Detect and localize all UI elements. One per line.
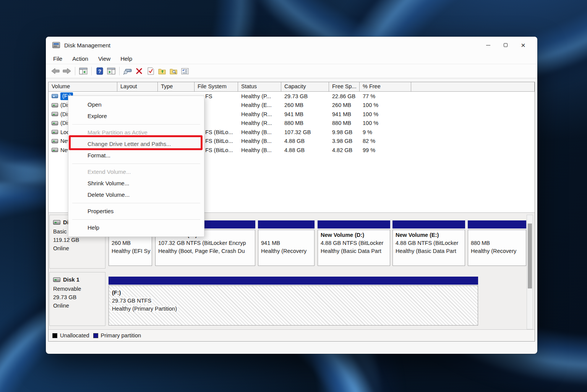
folder-open-button[interactable]: [157, 66, 167, 76]
column-header-type[interactable]: Type: [158, 82, 195, 91]
column-header-layout[interactable]: Layout: [117, 82, 158, 91]
cell-pct-free: 100 %: [360, 102, 411, 108]
forward-arrow-icon: [63, 68, 71, 74]
show-console-tree-button[interactable]: [78, 66, 88, 76]
cell-status: Healthy (R...: [238, 120, 281, 126]
properties-list-icon: [181, 68, 189, 75]
app-icon: [52, 42, 60, 48]
disk-name: Disk 1: [63, 275, 79, 284]
disk-status: Online: [53, 244, 105, 253]
menu-item-change-drive-letter[interactable]: Change Drive Letter and Paths...: [68, 138, 204, 150]
cell-pct-free: 100 %: [360, 120, 411, 126]
column-header-free-space[interactable]: Free Sp...: [329, 82, 360, 91]
partition-size: 941 MB: [261, 240, 280, 246]
menu-item-explore[interactable]: Explore: [68, 110, 204, 122]
menu-item-format[interactable]: Format...: [68, 150, 204, 161]
folder-explore-button[interactable]: [169, 66, 178, 76]
cell-free-space: 4.82 GB: [329, 147, 360, 153]
partition-d[interactable]: New Volume (D:) 4.88 GB NTFS (BitLocker …: [318, 215, 390, 269]
partition-status: Healthy (Basic Data Part: [396, 248, 456, 254]
help-button[interactable]: ?: [95, 66, 105, 76]
maximize-button[interactable]: [497, 37, 514, 53]
menu-item-open[interactable]: Open: [68, 99, 204, 110]
partition-color-bar: [109, 277, 478, 285]
disk-view-button[interactable]: [123, 66, 133, 76]
cell-pct-free: 82 %: [360, 138, 411, 144]
partition-color-bar: [258, 220, 315, 228]
delete-volume-button[interactable]: [134, 66, 144, 76]
partition-size: 260 MB: [112, 240, 131, 246]
window-title: Disk Management: [64, 42, 110, 49]
back-button[interactable]: [50, 66, 60, 76]
disk-1-label[interactable]: Disk 1 Removable 29.73 GB Online: [49, 272, 105, 326]
cell-free-space: 3.98 GB: [329, 138, 360, 144]
cell-status: Healthy (E...: [238, 102, 281, 108]
menu-separator: [72, 219, 200, 220]
properties-list-button[interactable]: [180, 66, 190, 76]
close-button[interactable]: ✕: [514, 37, 532, 53]
column-header-pct-free[interactable]: % Free: [360, 82, 411, 91]
menu-help[interactable]: Help: [115, 54, 137, 63]
disk-magnifier-icon: [123, 68, 132, 75]
legend-label: Unallocated: [60, 332, 89, 339]
column-header-status[interactable]: Status: [238, 82, 281, 91]
partition-recovery-941[interactable]: 941 MB Healthy (Recovery: [258, 215, 315, 269]
menubar: File Action View Help: [46, 53, 537, 64]
partition-size: 29.73 GB NTFS: [112, 298, 152, 304]
menu-item-shrink-volume[interactable]: Shrink Volume...: [68, 178, 204, 189]
titlebar: Disk Management ✕: [46, 37, 537, 53]
cell-capacity: 4.88 GB: [281, 147, 329, 153]
console-tree-icon: [79, 68, 88, 75]
menu-file[interactable]: File: [48, 54, 67, 63]
menu-item-properties[interactable]: Properties: [68, 206, 204, 217]
scrollbar-vertical[interactable]: [527, 215, 533, 329]
partition-name: New Volume (E:): [396, 231, 462, 239]
cell-pct-free: 100 %: [360, 111, 411, 117]
scrollbar-thumb[interactable]: [528, 224, 532, 288]
partition-status: Healthy (Recovery: [261, 248, 306, 254]
cell-capacity: 29.73 GB: [281, 93, 329, 99]
disk-status: Online: [53, 301, 105, 310]
menu-action[interactable]: Action: [67, 54, 93, 63]
cell-status: Healthy (R...: [238, 111, 281, 117]
partition-status: Healthy (Boot, Page File, Crash Du: [158, 248, 245, 254]
partition-e[interactable]: New Volume (E:) 4.88 GB NTFS (BitLocker …: [392, 215, 465, 269]
column-header-file-system[interactable]: File System: [195, 82, 238, 91]
back-arrow-icon: [51, 68, 60, 74]
column-header-capacity[interactable]: Capacity: [281, 82, 329, 91]
menu-separator: [72, 203, 200, 203]
cell-pct-free: 99 %: [360, 147, 411, 153]
legend-primary-partition: Primary partition: [93, 332, 141, 339]
partition-recovery-880[interactable]: 880 MB Healthy (Recovery: [468, 215, 526, 269]
partition-f-selected[interactable]: (F:) 29.73 GB NTFS Healthy (Primary Part…: [109, 272, 478, 326]
svg-text:?: ?: [98, 68, 101, 74]
disk-1-row: Disk 1 Removable 29.73 GB Online (F:) 29…: [49, 272, 534, 327]
menu-view[interactable]: View: [93, 54, 115, 63]
check-document-button[interactable]: [146, 66, 156, 76]
cell-free-space: 9.98 GB: [329, 129, 360, 135]
folder-up-arrow-icon: [158, 68, 166, 75]
menu-item-mark-partition-active: Mark Partition as Active: [68, 127, 204, 138]
column-header-volume[interactable]: Volume: [49, 82, 117, 91]
show-action-pane-button[interactable]: [106, 66, 116, 76]
menu-item-delete-volume[interactable]: Delete Volume...: [68, 189, 204, 201]
cell-free-space: 260 MB: [329, 102, 360, 108]
maximize-icon: [504, 43, 508, 47]
volume-list-header: Volume Layout Type File System Status Ca…: [49, 82, 535, 92]
cell-status: Healthy (B...: [238, 129, 281, 135]
partition-name: New Volume (D:): [321, 231, 387, 239]
cell-status: Healthy (B...: [238, 147, 281, 153]
menu-item-help[interactable]: Help: [68, 222, 204, 233]
cell-free-space: 880 MB: [329, 120, 360, 126]
minimize-button[interactable]: [479, 37, 497, 53]
partition-name: [471, 231, 523, 239]
forward-button[interactable]: [62, 66, 72, 76]
partition-status: Healthy (Primary Partition): [112, 306, 178, 312]
disk-type: Removable: [53, 285, 105, 293]
disk-size: 119.12 GB: [53, 236, 105, 244]
toolbar-separator: [119, 67, 120, 75]
partition-size: 880 MB: [471, 240, 490, 246]
cell-capacity: 260 MB: [281, 102, 329, 108]
partition-status: Healthy (Recovery: [471, 248, 516, 254]
cell-capacity: 4.88 GB: [281, 138, 329, 144]
